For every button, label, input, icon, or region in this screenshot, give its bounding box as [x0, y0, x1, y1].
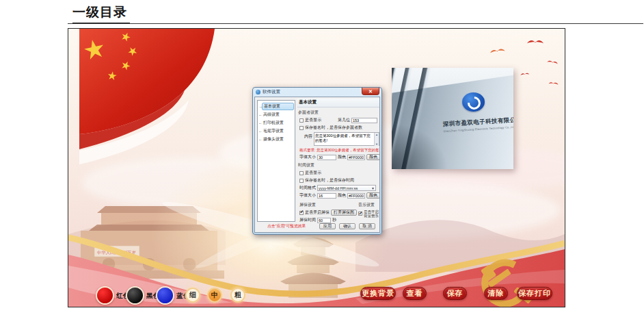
apply-button[interactable]: 应用 [319, 223, 336, 229]
tree-item-advanced[interactable]: 高级设置 [262, 111, 294, 118]
open-screensaver-button[interactable]: 打开屏保图 [331, 210, 357, 216]
signature-canvas[interactable]: 中华人民共和国万岁 [68, 28, 565, 307]
time-color-label: 颜色 [338, 192, 346, 199]
dialog-title: 软件设置 [263, 89, 280, 95]
camera-photo: 深圳市盈双电子科技有限公司 ShenZhen YingShuang Electr… [392, 68, 513, 169]
format-hint: 格式要求: 您是第300位参观者，希望留下您的签名! [299, 148, 380, 153]
time-format-value: yyyy-MM-dd HH:mm:ss [319, 186, 358, 190]
tree-item-printer[interactable]: 打印机设置 [262, 119, 294, 127]
color-swatch-blue[interactable] [156, 286, 174, 305]
music-enable-checkbox[interactable] [358, 212, 362, 216]
action-button-save[interactable]: 保存 [443, 287, 467, 300]
visitor-color-input[interactable] [347, 155, 365, 160]
action-button-view[interactable]: 查看 [403, 287, 427, 300]
color-swatch-red[interactable] [96, 286, 114, 305]
action-button-clear[interactable]: 清除 [484, 287, 508, 300]
content-label: 内容 [304, 134, 312, 140]
nth-input[interactable] [351, 118, 377, 123]
thickness-thin-button[interactable]: 细 [185, 288, 200, 303]
close-icon: ✕ [368, 89, 373, 94]
apply-preview-hint: 点击"应用"可预览效果 [267, 223, 306, 229]
show-visitor-checkbox[interactable] [299, 118, 304, 123]
visitor-color-button[interactable]: 颜色 [366, 154, 380, 160]
tree-item-camera[interactable]: 摄像头设置 [262, 136, 294, 143]
save-time-checkbox[interactable] [299, 179, 304, 183]
visitor-font-size-label: 字体大小 [299, 154, 316, 160]
save-visitor-checkbox[interactable] [299, 126, 304, 130]
glass-railing [392, 68, 448, 169]
show-visitor-label: 是否显示 [305, 117, 321, 123]
screensaver-enable-checkbox[interactable] [299, 211, 304, 215]
screensaver-group-label: 屏保设置 [299, 202, 358, 208]
tree-item-brush[interactable]: 毛笔字设置 [262, 127, 294, 135]
music-group-label: 音乐设置 [358, 202, 380, 208]
cancel-button[interactable]: 取 消 [359, 223, 375, 229]
save-time-label: 保存签名时，是否保存时间 [305, 177, 354, 183]
save-visitor-label: 保存签名时，是否保存参观者数 [305, 125, 362, 131]
music-enable-label: 是否开启背景音乐 [364, 210, 380, 218]
visitor-group-label: 参观者设置 [298, 110, 380, 116]
time-format-label: 时间格式 [299, 185, 316, 191]
close-button[interactable]: ✕ [362, 88, 379, 95]
content-scrollbar[interactable]: ▲▼ [374, 133, 379, 146]
dropdown-arrow-icon: ▼ [371, 186, 375, 190]
show-time-label: 是否显示 [305, 170, 321, 176]
screensaver-enable-label: 是否开启屏保 [305, 210, 330, 216]
time-format-select[interactable]: yyyy-MM-dd HH:mm:ss ▼ [317, 185, 376, 191]
settings-dialog: 软件设置 ✕ 基本设置 高级设置 打印机设置 毛笔字设置 摄像头设置 基本设置 … [252, 87, 382, 235]
time-font-size-label: 字体大小 [299, 192, 316, 199]
settings-tree: 基本设置 高级设置 打印机设置 毛笔字设置 摄像头设置 [257, 100, 295, 222]
action-button-change-background[interactable]: 更换背景 [360, 287, 396, 300]
app-icon [256, 90, 260, 94]
header-divider [68, 23, 643, 24]
page: 一级目录 [0, 0, 644, 317]
content-header: 基本设置 [297, 99, 380, 107]
nth-label: 第几位 [338, 117, 350, 123]
visitor-font-size-input[interactable] [317, 155, 336, 160]
thickness-thick-button[interactable]: 粗 [230, 288, 245, 303]
content-textarea[interactable]: 您是第300位参观者，希望留下您的签名! [314, 132, 379, 146]
confirm-button[interactable]: 确认 [339, 223, 355, 229]
time-color-input[interactable] [347, 193, 365, 199]
page-title: 一级目录 [72, 3, 130, 24]
time-color-button[interactable]: 颜色 [366, 192, 380, 199]
thickness-medium-button[interactable]: 中 [207, 288, 222, 303]
time-font-size-input[interactable] [317, 193, 336, 199]
tree-item-basic[interactable]: 基本设置 [262, 103, 294, 110]
show-time-checkbox[interactable] [299, 171, 304, 175]
color-swatch-black[interactable] [126, 286, 144, 305]
action-button-save-print[interactable]: 保存打印 [517, 287, 552, 300]
company-logo-icon [462, 92, 485, 112]
dialog-titlebar[interactable]: 软件设置 ✕ [253, 88, 381, 97]
time-group-label: 时间设置 [298, 162, 380, 168]
visitor-color-label: 颜色 [338, 154, 346, 160]
